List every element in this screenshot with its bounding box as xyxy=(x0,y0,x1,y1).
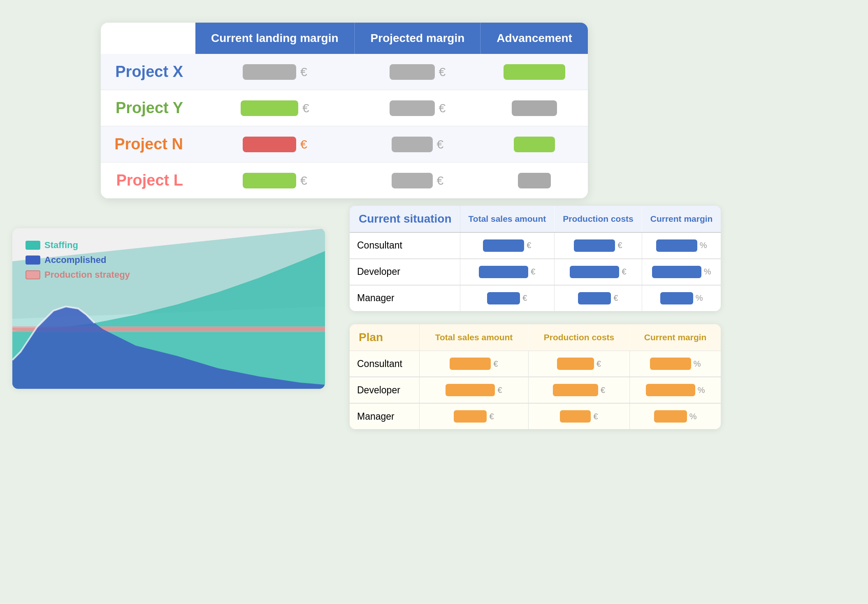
landing-euro: € xyxy=(300,174,307,188)
right-tables: Current situation Total sales amount Pro… xyxy=(350,206,721,429)
empty-header xyxy=(101,23,195,54)
project-name: Project X xyxy=(101,54,195,90)
prod-bar xyxy=(578,292,611,304)
plan-prod-cell: € xyxy=(529,351,630,377)
plan-margin-pct: % xyxy=(698,386,705,395)
plan-col3: Current margin xyxy=(629,324,721,351)
sales-bar xyxy=(483,239,524,252)
margin-pct: % xyxy=(704,267,711,276)
projected-bar xyxy=(392,173,433,188)
list-item: Developer € € % xyxy=(350,259,721,285)
plan-prod-bar xyxy=(560,410,591,423)
landing-bar xyxy=(243,137,296,152)
cs-sales-cell: € xyxy=(460,232,555,258)
plan-col2: Production costs xyxy=(529,324,630,351)
landing-bar xyxy=(243,64,296,80)
table-row: Project Y € € xyxy=(101,90,588,126)
plan-row-label: Developer xyxy=(350,377,419,403)
cs-prod-cell: € xyxy=(555,285,642,311)
margin-pct: % xyxy=(696,293,703,303)
plan-table: Plan Total sales amount Production costs… xyxy=(350,324,721,430)
plan-prod-cell: € xyxy=(529,377,630,403)
current-situation-inner: Current situation Total sales amount Pro… xyxy=(350,206,721,311)
projected-bar xyxy=(390,64,435,80)
plan-prod-euro: € xyxy=(596,359,601,369)
cs-prod-cell: € xyxy=(555,259,642,285)
plan-row-label: Consultant xyxy=(350,351,419,377)
advancement-bar xyxy=(512,100,557,116)
projected-euro: € xyxy=(439,65,446,79)
advancement-cell xyxy=(480,163,588,199)
cs-sales-cell: € xyxy=(460,285,555,311)
table-row: Project N € € xyxy=(101,126,588,163)
cs-sales-cell: € xyxy=(460,259,555,285)
cs-col2: Production costs xyxy=(555,206,642,232)
landing-euro: € xyxy=(302,101,309,115)
project-name: Project N xyxy=(101,126,195,163)
prod-bar xyxy=(570,266,619,278)
plan-sales-bar xyxy=(454,410,487,423)
plan-prod-bar xyxy=(557,358,594,370)
prod-euro: € xyxy=(613,293,618,303)
sales-bar xyxy=(487,292,520,304)
list-item: Developer € € % xyxy=(350,377,721,403)
chart-inner: Staffing Accomplished Production strateg… xyxy=(12,228,325,389)
cs-prod-cell: € xyxy=(555,232,642,258)
project-name: Project Y xyxy=(101,90,195,126)
plan-margin-cell: % xyxy=(629,404,721,430)
margin-bar xyxy=(656,239,697,252)
sales-bar xyxy=(479,266,528,278)
cs-margin-cell: % xyxy=(642,259,721,285)
chart-legend: Staffing Accomplished Production strateg… xyxy=(26,240,130,280)
plan-col1: Total sales amount xyxy=(419,324,528,351)
plan-margin-pct: % xyxy=(689,412,697,421)
sales-euro: € xyxy=(522,293,527,303)
table-row: Project L € € xyxy=(101,163,588,199)
advancement-cell xyxy=(480,90,588,126)
margin-pct: % xyxy=(700,241,707,250)
advancement-bar xyxy=(514,137,555,152)
staffing-label: Staffing xyxy=(44,240,78,251)
plan-sales-cell: € xyxy=(419,404,528,430)
plan-sales-cell: € xyxy=(419,351,528,377)
production-strategy-swatch xyxy=(26,270,40,279)
header-current-landing: Current landing margin xyxy=(195,23,355,54)
project-name: Project L xyxy=(101,163,195,199)
plan-sales-euro: € xyxy=(497,386,502,395)
sales-euro: € xyxy=(531,267,535,276)
landing-margin-cell: € xyxy=(195,54,355,90)
plan-sales-bar xyxy=(446,384,495,396)
plan-margin-cell: % xyxy=(629,377,721,403)
legend-staffing: Staffing xyxy=(26,240,130,251)
landing-euro: € xyxy=(300,65,307,79)
plan-margin-cell: % xyxy=(629,351,721,377)
plan-prod-cell: € xyxy=(529,404,630,430)
accomplished-label: Accomplished xyxy=(44,255,106,265)
landing-margin-cell: € xyxy=(195,126,355,163)
projected-bar xyxy=(390,100,435,116)
project-table: Current landing margin Projected margin … xyxy=(101,23,588,198)
plan-sales-cell: € xyxy=(419,377,528,403)
plan-row-label: Manager xyxy=(350,404,419,430)
projected-bar xyxy=(392,137,433,152)
prod-euro: € xyxy=(617,241,622,250)
plan-sales-euro: € xyxy=(493,359,498,369)
plan-prod-euro: € xyxy=(593,412,598,421)
plan-inner: Plan Total sales amount Production costs… xyxy=(350,324,721,430)
projected-margin-cell: € xyxy=(355,54,481,90)
landing-margin-cell: € xyxy=(195,90,355,126)
landing-euro: € xyxy=(300,137,307,151)
current-situation-title: Current situation xyxy=(350,206,460,232)
list-item: Consultant € € % xyxy=(350,351,721,377)
cs-row-label: Manager xyxy=(350,285,460,311)
legend-production-strategy: Production strategy xyxy=(26,269,130,280)
advancement-cell xyxy=(480,54,588,90)
plan-margin-pct: % xyxy=(694,359,701,369)
projected-margin-cell: € xyxy=(355,163,481,199)
header-projected: Projected margin xyxy=(355,23,481,54)
cs-margin-cell: % xyxy=(642,285,721,311)
advancement-bar xyxy=(504,64,565,80)
table-row: Project X € € xyxy=(101,54,588,90)
margin-bar xyxy=(660,292,693,304)
projected-euro: € xyxy=(439,101,446,115)
